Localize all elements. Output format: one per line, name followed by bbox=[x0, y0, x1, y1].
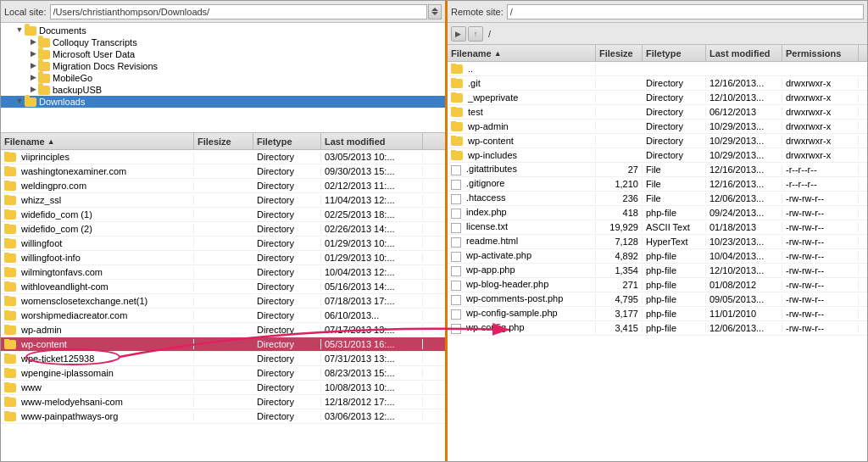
table-row[interactable]: wp-adminDirectory07/17/2013 13:... bbox=[1, 323, 445, 337]
filename-cell: www bbox=[1, 382, 194, 393]
filesize-cell: 3,177 bbox=[596, 309, 643, 319]
table-row[interactable]: willingfootDirectory01/29/2013 10:... bbox=[1, 237, 445, 251]
table-row[interactable]: license.txt19,929ASCII Text01/18/2013-rw… bbox=[448, 220, 867, 235]
table-row[interactable]: .gitDirectory12/16/2013...drwxrwxr-x bbox=[448, 76, 867, 91]
modified-cell: 08/23/2013 15:... bbox=[321, 368, 423, 378]
filename-cell: wpengine-iplassomain bbox=[1, 368, 194, 379]
filename-cell: wp-admin bbox=[1, 325, 194, 336]
table-row[interactable]: wilmingtonfavs.comDirectory10/04/2013 12… bbox=[1, 265, 445, 280]
table-row[interactable]: wp-config-sample.php3,177php-file11/01/2… bbox=[448, 307, 867, 321]
modified-cell: 05/31/2013 16:... bbox=[321, 339, 423, 349]
table-row[interactable]: wp-config.php3,415php-file12/06/2013...-… bbox=[448, 321, 867, 336]
table-row[interactable]: _wpeprivateDirectory12/10/2013...drwxrwx… bbox=[448, 91, 867, 105]
remote-col-permissions[interactable]: Permissions bbox=[782, 45, 859, 61]
local-col-filesize[interactable]: Filesize bbox=[194, 133, 253, 149]
filename-cell: .git bbox=[448, 78, 596, 89]
table-row[interactable]: .gitattributes27File12/16/2013...-r--r--… bbox=[448, 163, 867, 177]
local-tree-item[interactable]: Colloquy Transcripts bbox=[1, 36, 445, 48]
remote-col-modified[interactable]: Last modified bbox=[706, 45, 782, 61]
table-row[interactable]: .htaccess236File12/06/2013...-rw-rw-r-- bbox=[448, 192, 867, 206]
remote-col-filename[interactable]: Filename ▲ bbox=[448, 45, 596, 61]
table-row[interactable]: wp-includesDirectory10/29/2013...drwxrwx… bbox=[448, 148, 867, 163]
table-row[interactable]: readme.html7,128HyperText10/23/2013...-r… bbox=[448, 235, 867, 249]
table-row[interactable]: whizz_sslDirectory11/04/2013 12:... bbox=[1, 193, 445, 208]
local-col-modified[interactable]: Last modified bbox=[321, 133, 423, 149]
table-row[interactable]: worshipmediacreator.comDirectory06/10/20… bbox=[1, 309, 445, 323]
remote-nav-forward-btn[interactable]: ▶ bbox=[451, 26, 466, 42]
table-row[interactable]: wp-blog-header.php271php-file01/08/2012-… bbox=[448, 278, 867, 292]
table-row[interactable]: wpengine-iplassomainDirectory08/23/2013 … bbox=[1, 366, 445, 381]
table-row[interactable]: wp-app.php1,354php-file12/10/2013...-rw-… bbox=[448, 264, 867, 278]
table-row[interactable]: viiprinciplesDirectory03/05/2013 10:... bbox=[1, 150, 445, 164]
file-icon bbox=[451, 252, 461, 262]
file-icon bbox=[451, 237, 461, 248]
table-row[interactable]: wp-comments-post.php4,795php-file09/05/2… bbox=[448, 292, 867, 307]
local-tree-item[interactable]: Downloads bbox=[1, 96, 445, 108]
filetype-cell: Directory bbox=[253, 181, 321, 191]
local-site-label: Local site: bbox=[4, 7, 47, 17]
table-row[interactable]: wp-adminDirectory10/29/2013...drwxrwxr-x bbox=[448, 120, 867, 134]
permissions-cell: -r--r--r-- bbox=[782, 164, 859, 175]
table-row[interactable]: .gitignore1,210File12/16/2013...-r--r--r… bbox=[448, 177, 867, 192]
filetype-cell: Directory bbox=[253, 253, 321, 263]
remote-pane: Remote site: ▶ ↑ / Filename ▲ Filesize F… bbox=[448, 1, 867, 461]
table-row[interactable]: www-painpathways-orgDirectory03/06/2013 … bbox=[1, 409, 445, 424]
table-row[interactable]: .. bbox=[448, 62, 867, 76]
filename-label: viiprinciples bbox=[19, 152, 70, 162]
filename-label: whizz_ssl bbox=[19, 195, 61, 205]
table-row[interactable]: wp-contentDirectory10/29/2013...drwxrwxr… bbox=[448, 134, 867, 148]
table-row[interactable]: widefido_com (2)Directory02/26/2013 14:.… bbox=[1, 222, 445, 237]
local-tree-item[interactable]: Microsoft User Data bbox=[1, 48, 445, 60]
local-col-filetype[interactable]: Filetype bbox=[253, 133, 321, 149]
filetype-cell: Directory bbox=[253, 281, 321, 292]
table-row[interactable]: www-melodyehsani-comDirectory12/18/2012 … bbox=[1, 395, 445, 409]
filetype-cell: File bbox=[643, 164, 706, 175]
table-row[interactable]: wp-activate.php4,892php-file10/04/2013..… bbox=[448, 249, 867, 264]
modified-cell: 12/06/2013... bbox=[706, 323, 782, 333]
modified-cell: 12/06/2013... bbox=[706, 193, 782, 203]
table-row[interactable]: withloveandlight-comDirectory05/16/2013 … bbox=[1, 280, 445, 294]
tree-arrow-icon bbox=[14, 97, 25, 107]
filetype-cell: Directory bbox=[253, 238, 321, 248]
filename-label: .git bbox=[465, 78, 481, 88]
filename-label: .. bbox=[465, 64, 473, 74]
modified-cell: 03/06/2013 12:... bbox=[321, 411, 423, 421]
local-tree-item[interactable]: MobileGo bbox=[1, 72, 445, 84]
table-row[interactable]: womensclosetexchange.net(1)Directory07/1… bbox=[1, 294, 445, 309]
folder-icon bbox=[4, 239, 16, 248]
modified-cell: 05/16/2013 14:... bbox=[321, 281, 423, 292]
folder-icon bbox=[38, 62, 50, 71]
tree-arrow-icon bbox=[28, 37, 38, 47]
spinner-up-icon bbox=[431, 8, 438, 11]
remote-nav-up-btn[interactable]: ↑ bbox=[468, 26, 483, 42]
table-row[interactable]: index.php418php-file09/24/2013...-rw-rw-… bbox=[448, 206, 867, 220]
local-tree-item[interactable]: Documents bbox=[1, 25, 445, 36]
folder-icon bbox=[4, 268, 16, 277]
local-tree-item[interactable]: backupUSB bbox=[1, 84, 445, 96]
filename-cell: wp-content bbox=[448, 136, 596, 147]
table-row[interactable]: washingtonexaminer.comDirectory09/30/201… bbox=[1, 164, 445, 179]
table-row[interactable]: willingfoot-infoDirectory01/29/2013 10:.… bbox=[1, 251, 445, 265]
remote-table-body[interactable]: .. .gitDirectory12/16/2013...drwxrwxr-x … bbox=[448, 62, 867, 461]
table-row[interactable]: weldingpro.comDirectory02/12/2013 11:... bbox=[1, 179, 445, 193]
local-table-body[interactable]: viiprinciplesDirectory03/05/2013 10:... … bbox=[1, 150, 445, 461]
table-row[interactable]: wp-contentDirectory05/31/2013 16:... bbox=[1, 337, 445, 352]
local-col-filename[interactable]: Filename ▲ bbox=[1, 133, 194, 149]
table-row[interactable]: widefido_com (1)Directory02/25/2013 18:.… bbox=[1, 208, 445, 222]
folder-icon bbox=[4, 326, 16, 335]
local-tree[interactable]: DocumentsColloquy TranscriptsMicrosoft U… bbox=[1, 23, 445, 133]
remote-col-filesize[interactable]: Filesize bbox=[596, 45, 643, 61]
table-row[interactable]: wpe-ticket125938Directory07/31/2013 13:.… bbox=[1, 352, 445, 366]
remote-site-input[interactable] bbox=[507, 4, 864, 19]
filetype-cell: Directory bbox=[643, 121, 706, 131]
remote-site-label: Remote site: bbox=[451, 7, 504, 17]
remote-col-filetype[interactable]: Filetype bbox=[643, 45, 706, 61]
permissions-cell: -rw-rw-r-- bbox=[782, 193, 859, 203]
local-site-spinner[interactable] bbox=[428, 4, 442, 19]
filename-label: .htaccess bbox=[464, 192, 506, 203]
table-row[interactable]: wwwDirectory10/08/2013 10:... bbox=[1, 381, 445, 395]
local-tree-item[interactable]: Migration Docs Revisions bbox=[1, 60, 445, 72]
filename-label: washingtonexaminer.com bbox=[19, 166, 126, 176]
table-row[interactable]: testDirectory06/12/2013drwxrwxr-x bbox=[448, 105, 867, 120]
local-site-input[interactable] bbox=[50, 4, 427, 19]
